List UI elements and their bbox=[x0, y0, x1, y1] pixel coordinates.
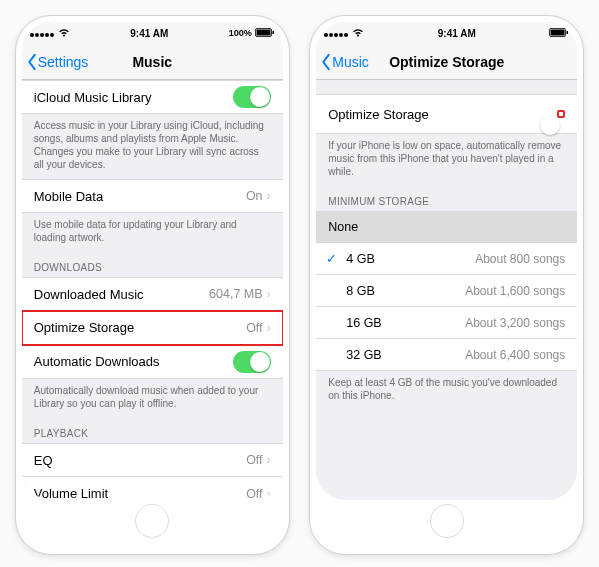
playback-header: PLAYBACK bbox=[22, 418, 283, 443]
downloaded-music-row[interactable]: Downloaded Music 604,7 MB› bbox=[22, 277, 283, 311]
back-button[interactable]: Music bbox=[320, 44, 369, 79]
battery-icon bbox=[549, 28, 569, 39]
wifi-icon bbox=[352, 28, 364, 39]
option-label: 16 GB bbox=[346, 316, 381, 330]
check-icon: ✓ bbox=[326, 251, 337, 266]
optimize-footer: If your iPhone is low on space, automati… bbox=[316, 134, 577, 186]
battery-icon bbox=[255, 28, 275, 39]
storage-option-row[interactable]: 32 GBAbout 6,400 songs bbox=[316, 339, 577, 371]
home-button[interactable] bbox=[430, 504, 464, 538]
back-label: Settings bbox=[38, 54, 89, 70]
chevron-right-icon: › bbox=[267, 287, 271, 301]
mobile-data-footer: Use mobile data for updating your Librar… bbox=[22, 213, 283, 252]
cell-value: 604,7 MB bbox=[209, 287, 263, 301]
home-button[interactable] bbox=[135, 504, 169, 538]
svg-rect-2 bbox=[272, 31, 274, 34]
svg-rect-4 bbox=[551, 29, 565, 35]
screen-left: 9:41 AM 100% Settings Music iCloud Music… bbox=[22, 22, 283, 500]
status-bar: 9:41 AM bbox=[316, 22, 577, 44]
auto-downloads-toggle[interactable] bbox=[233, 351, 271, 373]
mobile-data-row[interactable]: Mobile Data On› bbox=[22, 179, 283, 213]
status-time: 9:41 AM bbox=[130, 28, 168, 39]
cell-value: Off bbox=[246, 453, 262, 467]
storage-option-row[interactable]: 8 GBAbout 1,600 songs bbox=[316, 275, 577, 307]
minimum-storage-footer: Keep at least 4 GB of the music you've d… bbox=[316, 371, 577, 410]
option-label: None bbox=[328, 220, 358, 234]
cell-label: Automatic Downloads bbox=[34, 354, 160, 369]
chevron-right-icon: › bbox=[267, 487, 271, 501]
home-button-area bbox=[22, 500, 283, 542]
storage-option-row[interactable]: 16 GBAbout 3,200 songs bbox=[316, 307, 577, 339]
nav-title: Music bbox=[132, 54, 172, 70]
phone-left: 9:41 AM 100% Settings Music iCloud Music… bbox=[15, 15, 290, 555]
downloads-header: DOWNLOADS bbox=[22, 252, 283, 277]
screen-right: 9:41 AM Music Optimize Storage Optimize … bbox=[316, 22, 577, 500]
cell-value: Off bbox=[246, 487, 262, 501]
icloud-music-library-row[interactable]: iCloud Music Library bbox=[22, 80, 283, 114]
cell-label: Volume Limit bbox=[34, 486, 108, 500]
chevron-left-icon bbox=[26, 53, 38, 71]
signal-dots-icon bbox=[30, 28, 55, 39]
storage-option-row[interactable]: ✓4 GBAbout 800 songs bbox=[316, 243, 577, 275]
chevron-right-icon: › bbox=[267, 453, 271, 467]
minimum-storage-header: MINIMUM STORAGE bbox=[316, 186, 577, 211]
icloud-footer: Access music in your Library using iClou… bbox=[22, 114, 283, 179]
svg-rect-5 bbox=[567, 31, 569, 34]
battery-percent: 100% bbox=[229, 28, 252, 38]
content-left: iCloud Music Library Access music in you… bbox=[22, 80, 283, 500]
chevron-right-icon: › bbox=[267, 189, 271, 203]
option-label: 8 GB bbox=[346, 284, 375, 298]
storage-options-list: None✓4 GBAbout 800 songs8 GBAbout 1,600 … bbox=[316, 211, 577, 371]
option-label: 32 GB bbox=[346, 348, 381, 362]
wifi-icon bbox=[58, 28, 70, 39]
auto-downloads-footer: Automatically download music when added … bbox=[22, 379, 283, 418]
storage-option-row[interactable]: None bbox=[316, 211, 577, 243]
content-right: Optimize Storage If your iPhone is low o… bbox=[316, 80, 577, 500]
cell-label: Optimize Storage bbox=[328, 107, 428, 122]
signal-dots-icon bbox=[324, 28, 349, 39]
automatic-downloads-row[interactable]: Automatic Downloads bbox=[22, 345, 283, 379]
back-button[interactable]: Settings bbox=[26, 44, 89, 79]
status-time: 9:41 AM bbox=[438, 28, 476, 39]
option-sublabel: About 6,400 songs bbox=[465, 348, 565, 362]
icloud-toggle[interactable] bbox=[233, 86, 271, 108]
option-sublabel: About 3,200 songs bbox=[465, 316, 565, 330]
optimize-storage-row[interactable]: Optimize Storage Off› bbox=[22, 311, 283, 345]
cell-label: Mobile Data bbox=[34, 189, 103, 204]
svg-rect-1 bbox=[256, 29, 270, 35]
cell-label: Downloaded Music bbox=[34, 287, 144, 302]
nav-title: Optimize Storage bbox=[389, 54, 504, 70]
volume-limit-row[interactable]: Volume Limit Off› bbox=[22, 477, 283, 500]
highlight-box bbox=[557, 110, 565, 118]
cell-value: Off bbox=[246, 321, 262, 335]
status-bar: 9:41 AM 100% bbox=[22, 22, 283, 44]
nav-bar: Music Optimize Storage bbox=[316, 44, 577, 80]
option-sublabel: About 800 songs bbox=[475, 252, 565, 266]
cell-label: iCloud Music Library bbox=[34, 90, 152, 105]
chevron-right-icon: › bbox=[267, 321, 271, 335]
phone-right: 9:41 AM Music Optimize Storage Optimize … bbox=[309, 15, 584, 555]
chevron-left-icon bbox=[320, 53, 332, 71]
cell-value: On bbox=[246, 189, 263, 203]
nav-bar: Settings Music bbox=[22, 44, 283, 80]
back-label: Music bbox=[332, 54, 369, 70]
cell-label: Optimize Storage bbox=[34, 320, 134, 335]
optimize-storage-toggle-row[interactable]: Optimize Storage bbox=[316, 94, 577, 134]
option-sublabel: About 1,600 songs bbox=[465, 284, 565, 298]
eq-row[interactable]: EQ Off› bbox=[22, 443, 283, 477]
cell-label: EQ bbox=[34, 453, 53, 468]
home-button-area bbox=[316, 500, 577, 542]
option-label: 4 GB bbox=[346, 252, 375, 266]
